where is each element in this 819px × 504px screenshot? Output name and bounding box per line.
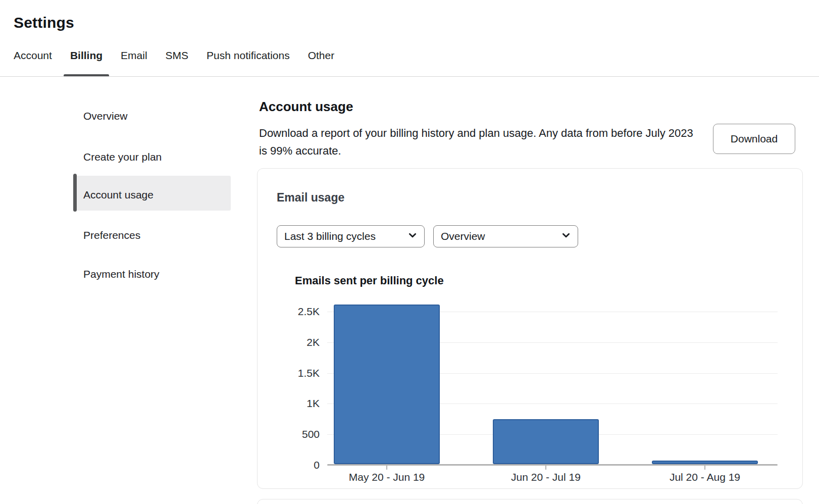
tab-push-notifications[interactable]: Push notifications	[207, 48, 290, 63]
view-select[interactable]: Overview	[433, 225, 578, 247]
x-axis-tick-mark	[386, 466, 387, 470]
tab-sms[interactable]: SMS	[166, 48, 189, 63]
settings-page: Settings Account Billing Email SMS Push …	[0, 0, 819, 504]
tab-other[interactable]: Other	[308, 48, 335, 63]
tab-account[interactable]: Account	[14, 48, 52, 63]
page-title: Settings	[14, 14, 74, 31]
sidebar-active-accent-bar	[73, 174, 77, 212]
y-axis-tick-label: 2K	[273, 336, 320, 348]
x-axis-tick-label: Jun 20 - Jul 19	[480, 471, 611, 484]
chevron-down-icon	[408, 231, 417, 242]
x-axis-tick-mark	[704, 466, 705, 470]
x-axis-tick-label: Jul 20 - Aug 19	[639, 471, 771, 484]
download-button[interactable]: Download	[713, 124, 795, 154]
billing-cycles-select[interactable]: Last 3 billing cycles	[277, 225, 425, 247]
section-heading: Account usage	[259, 99, 353, 115]
sidebar-item-overview[interactable]: Overview	[83, 110, 128, 123]
chevron-down-icon	[561, 231, 571, 242]
tab-email[interactable]: Email	[121, 48, 147, 63]
x-axis-tick-mark	[545, 466, 546, 470]
section-description: Download a report of your billing histor…	[259, 124, 693, 160]
sidebar-item-payment-history[interactable]: Payment history	[83, 268, 160, 281]
view-selected-value: Overview	[441, 230, 485, 242]
y-axis-tick-label: 500	[273, 428, 320, 440]
billing-cycles-selected-value: Last 3 billing cycles	[284, 230, 376, 242]
sidebar-item-account-usage[interactable]: Account usage	[83, 188, 153, 201]
tab-billing[interactable]: Billing	[70, 48, 103, 63]
bar-2	[493, 419, 599, 464]
tabs-divider	[0, 76, 819, 77]
sidebar-item-create-your-plan[interactable]: Create your plan	[83, 150, 162, 164]
tab-bar: Account Billing Email SMS Push notificat…	[14, 48, 334, 64]
y-axis-tick-label: 2.5K	[273, 306, 320, 318]
chart-title: Emails sent per billing cycle	[295, 274, 444, 287]
y-axis-tick-label: 1.5K	[273, 367, 320, 379]
y-axis-tick-label: 0	[273, 459, 320, 471]
x-axis-line	[327, 464, 778, 466]
email-usage-card-title: Email usage	[277, 191, 344, 205]
bar-3	[652, 461, 758, 464]
bar-1	[334, 305, 440, 464]
next-card-preview	[257, 499, 803, 504]
y-axis-tick-label: 1K	[273, 397, 320, 410]
x-axis-tick-label: May 20 - Jun 19	[321, 471, 452, 484]
sidebar-item-preferences[interactable]: Preferences	[83, 229, 140, 242]
